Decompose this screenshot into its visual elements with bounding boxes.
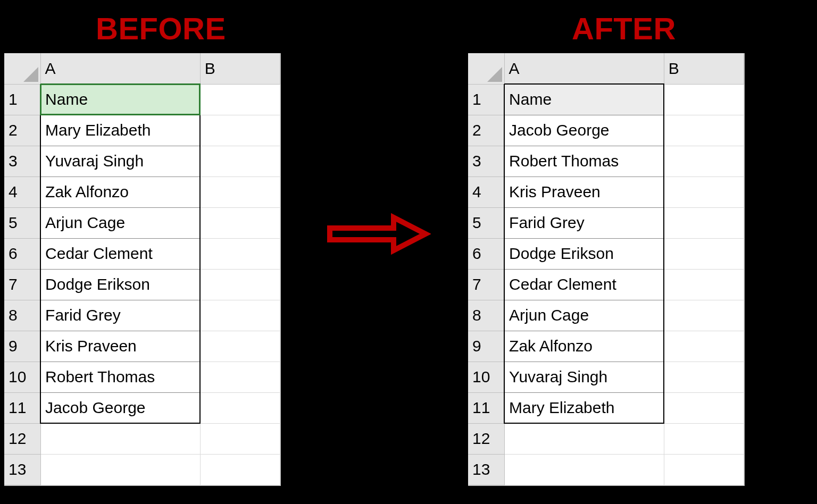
row-header[interactable]: 7 bbox=[468, 269, 504, 300]
cell-B9[interactable] bbox=[664, 331, 744, 362]
row-header[interactable]: 3 bbox=[4, 146, 40, 177]
cell-A12[interactable] bbox=[40, 423, 200, 454]
spreadsheet-after: A B 1 Name 2Jacob George 3Robert Thomas … bbox=[468, 53, 745, 486]
cell-B3[interactable] bbox=[200, 146, 280, 177]
spreadsheet-before: A B 1 Name 2Mary Elizabeth 3Yuvaraj Sing… bbox=[4, 53, 281, 486]
cell-A2[interactable]: Jacob George bbox=[504, 115, 664, 146]
row-header[interactable]: 11 bbox=[468, 392, 504, 423]
cell-B10[interactable] bbox=[664, 362, 744, 392]
cell-B2[interactable] bbox=[200, 115, 280, 146]
cell-B6[interactable] bbox=[664, 238, 744, 269]
cell-B10[interactable] bbox=[200, 362, 280, 392]
cell-A3[interactable]: Yuvaraj Singh bbox=[40, 146, 200, 177]
cell-B9[interactable] bbox=[200, 331, 280, 362]
grid-before[interactable]: A B 1 Name 2Mary Elizabeth 3Yuvaraj Sing… bbox=[4, 53, 280, 485]
row-header[interactable]: 13 bbox=[468, 454, 504, 485]
cell-A5[interactable]: Arjun Cage bbox=[40, 207, 200, 238]
col-header-B[interactable]: B bbox=[664, 53, 744, 84]
row-header[interactable]: 4 bbox=[4, 177, 40, 207]
row-header[interactable]: 7 bbox=[4, 269, 40, 300]
col-header-A[interactable]: A bbox=[40, 53, 200, 84]
row-header[interactable]: 4 bbox=[468, 177, 504, 207]
cell-B8[interactable] bbox=[664, 300, 744, 331]
label-before: BEFORE bbox=[96, 11, 226, 46]
row-header[interactable]: 6 bbox=[468, 238, 504, 269]
row-header[interactable]: 8 bbox=[468, 300, 504, 331]
row-header[interactable]: 12 bbox=[4, 423, 40, 454]
cell-B7[interactable] bbox=[200, 269, 280, 300]
cell-A3[interactable]: Robert Thomas bbox=[504, 146, 664, 177]
cell-A9[interactable]: Kris Praveen bbox=[40, 331, 200, 362]
arrow-right-icon bbox=[324, 210, 431, 260]
cell-B1[interactable] bbox=[200, 84, 280, 115]
cell-A10[interactable]: Yuvaraj Singh bbox=[504, 362, 664, 392]
row-header[interactable]: 9 bbox=[4, 331, 40, 362]
cell-B3[interactable] bbox=[664, 146, 744, 177]
row-header[interactable]: 8 bbox=[4, 300, 40, 331]
cell-B2[interactable] bbox=[664, 115, 744, 146]
cell-A8[interactable]: Farid Grey bbox=[40, 300, 200, 331]
row-header[interactable]: 10 bbox=[468, 362, 504, 392]
cell-B13[interactable] bbox=[664, 454, 744, 485]
cell-A4[interactable]: Kris Praveen bbox=[504, 177, 664, 207]
row-header[interactable]: 2 bbox=[4, 115, 40, 146]
row-header[interactable]: 3 bbox=[468, 146, 504, 177]
cell-B1[interactable] bbox=[664, 84, 744, 115]
cell-A8[interactable]: Arjun Cage bbox=[504, 300, 664, 331]
cell-B8[interactable] bbox=[200, 300, 280, 331]
cell-A1[interactable]: Name bbox=[40, 84, 200, 115]
cell-A4[interactable]: Zak Alfonzo bbox=[40, 177, 200, 207]
cell-B13[interactable] bbox=[200, 454, 280, 485]
cell-B4[interactable] bbox=[200, 177, 280, 207]
cell-A11[interactable]: Mary Elizabeth bbox=[504, 392, 664, 423]
cell-A11[interactable]: Jacob George bbox=[40, 392, 200, 423]
cell-B12[interactable] bbox=[200, 423, 280, 454]
row-header[interactable]: 12 bbox=[468, 423, 504, 454]
cell-B6[interactable] bbox=[200, 238, 280, 269]
cell-B11[interactable] bbox=[664, 392, 744, 423]
cell-A7[interactable]: Dodge Erikson bbox=[40, 269, 200, 300]
cell-A5[interactable]: Farid Grey bbox=[504, 207, 664, 238]
row-header[interactable]: 2 bbox=[468, 115, 504, 146]
cell-A13[interactable] bbox=[504, 454, 664, 485]
cell-B5[interactable] bbox=[664, 207, 744, 238]
cell-A9[interactable]: Zak Alfonzo bbox=[504, 331, 664, 362]
cell-A1[interactable]: Name bbox=[504, 84, 664, 115]
row-header[interactable]: 5 bbox=[468, 207, 504, 238]
select-all-corner[interactable] bbox=[4, 53, 40, 84]
stage: BEFORE AFTER A B 1 Name 2Mary Elizabeth … bbox=[0, 0, 817, 504]
row-header[interactable]: 9 bbox=[468, 331, 504, 362]
cell-B7[interactable] bbox=[664, 269, 744, 300]
cell-A12[interactable] bbox=[504, 423, 664, 454]
cell-A6[interactable]: Dodge Erikson bbox=[504, 238, 664, 269]
grid-after[interactable]: A B 1 Name 2Jacob George 3Robert Thomas … bbox=[468, 53, 744, 485]
row-header[interactable]: 5 bbox=[4, 207, 40, 238]
row-header[interactable]: 1 bbox=[468, 84, 504, 115]
col-header-A[interactable]: A bbox=[504, 53, 664, 84]
cell-B12[interactable] bbox=[664, 423, 744, 454]
cell-B5[interactable] bbox=[200, 207, 280, 238]
cell-A10[interactable]: Robert Thomas bbox=[40, 362, 200, 392]
row-header[interactable]: 10 bbox=[4, 362, 40, 392]
col-header-B[interactable]: B bbox=[200, 53, 280, 84]
cell-A2[interactable]: Mary Elizabeth bbox=[40, 115, 200, 146]
row-header[interactable]: 11 bbox=[4, 392, 40, 423]
row-header[interactable]: 1 bbox=[4, 84, 40, 115]
cell-A6[interactable]: Cedar Clement bbox=[40, 238, 200, 269]
label-after: AFTER bbox=[572, 11, 676, 46]
cell-A13[interactable] bbox=[40, 454, 200, 485]
select-all-corner[interactable] bbox=[468, 53, 504, 84]
cell-A7[interactable]: Cedar Clement bbox=[504, 269, 664, 300]
row-header[interactable]: 13 bbox=[4, 454, 40, 485]
row-header[interactable]: 6 bbox=[4, 238, 40, 269]
cell-B11[interactable] bbox=[200, 392, 280, 423]
cell-B4[interactable] bbox=[664, 177, 744, 207]
